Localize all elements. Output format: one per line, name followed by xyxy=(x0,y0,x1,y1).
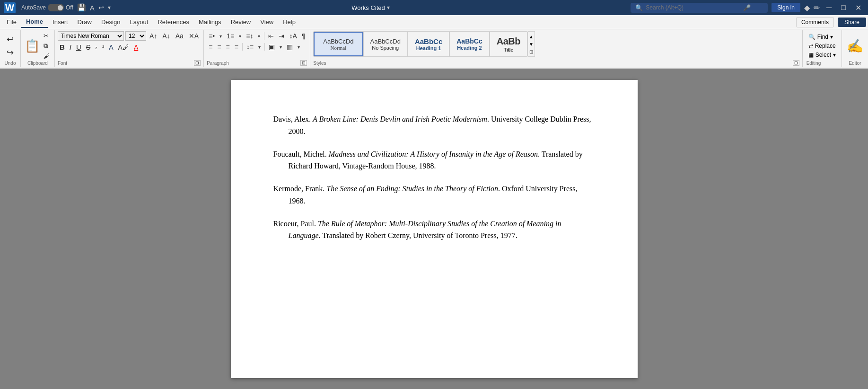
tab-help[interactable]: Help xyxy=(278,17,300,27)
sort-button[interactable]: ↕A xyxy=(287,31,298,41)
autosave-toggle[interactable] xyxy=(48,4,64,11)
close-button[interactable]: ✕ xyxy=(852,3,864,12)
sign-in-button[interactable]: Sign in xyxy=(772,3,800,12)
citation-davis-author: Davis, Alex. xyxy=(273,115,313,123)
font-label: Font xyxy=(58,61,67,66)
style-title[interactable]: AaBb Title xyxy=(490,32,527,56)
styles-expand-button[interactable]: ⊡ xyxy=(793,60,799,66)
borders-dropdown[interactable]: ▾ xyxy=(296,44,302,51)
subscript-button[interactable]: ₂ xyxy=(93,43,99,52)
dropdown-title-icon[interactable]: ▾ xyxy=(108,4,111,11)
style-normal[interactable]: AaBbCcDd Normal xyxy=(314,32,363,56)
change-case-button[interactable]: Aa xyxy=(174,31,185,41)
select-dropdown[interactable]: ▾ xyxy=(833,52,836,58)
copy-button[interactable]: ⧉ xyxy=(42,41,52,51)
highlight-button[interactable]: A🖊 xyxy=(116,43,131,52)
tab-file[interactable]: File xyxy=(2,17,21,27)
text-effects-button[interactable]: A xyxy=(107,43,115,52)
italic-button[interactable]: I xyxy=(68,42,73,52)
paste-button[interactable]: 📋 xyxy=(24,38,41,54)
pen-icon[interactable]: ✏ xyxy=(814,3,820,12)
numbering-button[interactable]: 1≡ xyxy=(225,31,236,41)
find-button[interactable]: 🔍 Find ▾ xyxy=(807,33,838,41)
toggle-knob xyxy=(58,5,63,10)
font-grow-button[interactable]: A↑ xyxy=(148,31,159,41)
style-no-spacing[interactable]: AaBbCcDd No Spacing xyxy=(363,32,408,56)
bullets-button[interactable]: ≡• xyxy=(207,31,217,41)
tab-references[interactable]: References xyxy=(153,17,193,27)
find-icon: 🔍 xyxy=(808,34,815,40)
minimize-button[interactable]: ─ xyxy=(824,3,834,12)
diamond-icon[interactable]: ◆ xyxy=(804,3,810,12)
autosave-label: AutoSave xyxy=(21,4,46,11)
font-color-button[interactable]: A xyxy=(132,43,140,52)
font-size-select[interactable]: 12 xyxy=(125,31,146,41)
replace-button[interactable]: ⇄ Replace xyxy=(807,42,838,50)
tab-review[interactable]: Review xyxy=(226,17,256,27)
share-button[interactable]: Share xyxy=(838,18,866,27)
style-heading2[interactable]: AaBbCc Heading 2 xyxy=(449,32,489,56)
cut-button[interactable]: ✂ xyxy=(42,31,52,40)
tab-insert[interactable]: Insert xyxy=(48,17,73,27)
font-color-toolbar-icon[interactable]: A xyxy=(90,4,95,12)
tab-draw[interactable]: Draw xyxy=(73,17,96,27)
clear-format-button[interactable]: ✕A xyxy=(187,31,201,41)
align-right-button[interactable]: ≡ xyxy=(224,42,232,52)
decrease-indent-button[interactable]: ⇤ xyxy=(266,31,276,41)
multilevel-dropdown[interactable]: ▾ xyxy=(256,33,262,40)
numbering-dropdown[interactable]: ▾ xyxy=(237,33,243,40)
redo-button[interactable]: ↪ xyxy=(4,46,17,59)
format-painter-button[interactable]: 🖌 xyxy=(42,52,52,61)
style-heading2-label: Heading 2 xyxy=(457,45,482,51)
font-name-select[interactable]: Times New Roman xyxy=(58,31,124,41)
title-bar: W AutoSave Off 💾 A ↩ ▾ Works Cited ▾ 🔍 🎤… xyxy=(0,0,868,15)
bullets-dropdown[interactable]: ▾ xyxy=(218,33,224,40)
tab-home[interactable]: Home xyxy=(21,16,48,28)
citation-kermode-author: Kermode, Frank. xyxy=(273,185,327,193)
tab-view[interactable]: View xyxy=(255,17,278,27)
style-normal-label: Normal xyxy=(331,45,347,51)
search-input[interactable] xyxy=(646,4,740,11)
styles-scroll-down[interactable]: ▼ xyxy=(529,42,534,47)
show-para-button[interactable]: ¶ xyxy=(300,31,307,41)
maximize-button[interactable]: □ xyxy=(838,3,849,12)
styles-scroll-up[interactable]: ▲ xyxy=(529,34,534,39)
doc-title-dropdown[interactable]: ▾ xyxy=(387,4,390,11)
justify-button[interactable]: ≡ xyxy=(233,42,240,52)
borders-button[interactable]: ▦ xyxy=(285,42,295,52)
align-left-button[interactable]: ≡ xyxy=(207,42,214,52)
line-spacing-dropdown[interactable]: ▾ xyxy=(256,44,263,51)
styles-label: Styles xyxy=(313,61,326,66)
superscript-button[interactable]: ² xyxy=(100,43,106,52)
select-label: Select xyxy=(815,52,831,58)
select-icon: ▦ xyxy=(808,52,814,58)
increase-indent-button[interactable]: ⇥ xyxy=(277,31,286,41)
shading-button[interactable]: ▣ xyxy=(267,42,277,52)
shading-dropdown[interactable]: ▾ xyxy=(278,44,284,51)
strikethrough-button[interactable]: S xyxy=(84,43,92,52)
line-spacing-button[interactable]: ↕≡ xyxy=(245,42,255,52)
tab-layout[interactable]: Layout xyxy=(125,17,153,27)
style-title-label: Title xyxy=(504,47,513,53)
app-logo: W xyxy=(4,2,16,13)
find-dropdown[interactable]: ▾ xyxy=(830,34,833,40)
font-shrink-button[interactable]: A↓ xyxy=(160,31,172,41)
style-heading1[interactable]: AaBbCc Heading 1 xyxy=(408,32,449,56)
multilevel-button[interactable]: ≡↕ xyxy=(244,31,255,41)
underline-button[interactable]: U xyxy=(74,42,83,52)
undo-button[interactable]: ↩ xyxy=(4,33,17,45)
style-title-sample: AaBb xyxy=(497,36,520,47)
paragraph-expand-button[interactable]: ⊡ xyxy=(300,60,307,66)
comments-button[interactable]: Comments xyxy=(796,17,834,27)
editor-button[interactable]: ✍ xyxy=(847,38,863,54)
mic-icon[interactable]: 🎤 xyxy=(743,4,751,11)
undo-title-icon[interactable]: ↩ xyxy=(98,4,104,11)
tab-mailings[interactable]: Mailings xyxy=(194,17,226,27)
save-icon[interactable]: 💾 xyxy=(77,3,86,12)
styles-more[interactable]: ⊡ xyxy=(529,49,534,54)
align-center-button[interactable]: ≡ xyxy=(215,42,223,52)
select-button[interactable]: ▦ Select ▾ xyxy=(807,51,838,59)
bold-button[interactable]: B xyxy=(58,42,67,52)
font-expand-button[interactable]: ⊡ xyxy=(194,60,201,66)
tab-design[interactable]: Design xyxy=(96,17,125,27)
